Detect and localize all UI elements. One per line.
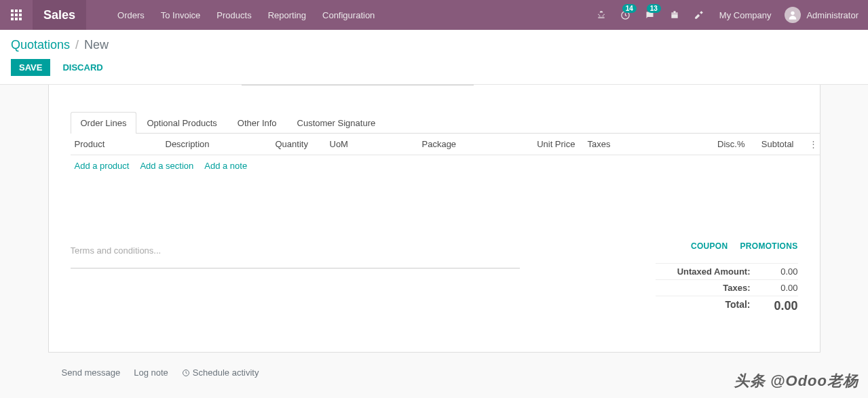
tab-order-lines[interactable]: Order Lines [71, 112, 137, 134]
add-product-link[interactable]: Add a product [75, 161, 130, 171]
col-quantity: Quantity [276, 139, 330, 149]
untaxed-amount-value: 0.00 [751, 266, 798, 277]
col-subtotal: Subtotal [745, 139, 809, 149]
taxes-label: Taxes: [656, 283, 751, 293]
nav-to-invoice[interactable]: To Invoice [153, 0, 209, 30]
debug-button[interactable] [589, 0, 614, 30]
svg-rect-6 [11, 18, 14, 20]
col-package: Package [422, 139, 524, 149]
col-disc: Disc.% [677, 139, 745, 149]
save-button[interactable]: SAVE [11, 59, 50, 76]
conversations-button[interactable]: 14 [614, 0, 638, 30]
breadcrumb-sep: / [75, 38, 79, 52]
breadcrumb: Quotations / New [11, 38, 857, 52]
company-selector[interactable]: My Company [711, 10, 780, 20]
bug-icon [597, 10, 606, 20]
user-menu[interactable]: Administrator [779, 7, 864, 23]
col-description: Description [166, 139, 276, 149]
svg-rect-1 [15, 9, 18, 12]
messages-button[interactable]: 13 [638, 0, 662, 30]
svg-rect-3 [11, 14, 14, 16]
gift-icon [670, 10, 679, 20]
svg-rect-0 [11, 9, 14, 12]
untaxed-amount-label: Untaxed Amount: [656, 266, 751, 277]
col-product: Product [75, 139, 166, 149]
breadcrumb-root[interactable]: Quotations [11, 38, 70, 52]
coupon-button[interactable]: COUPON [691, 241, 728, 251]
tab-customer-signature[interactable]: Customer Signature [287, 112, 386, 134]
discard-button[interactable]: DISCARD [54, 59, 111, 76]
add-section-link[interactable]: Add a section [140, 161, 193, 171]
schedule-activity-label: Schedule activity [193, 367, 259, 378]
total-value: 0.00 [751, 299, 798, 313]
add-note-link[interactable]: Add a note [204, 161, 247, 171]
svg-rect-8 [19, 18, 22, 20]
apps-menu-button[interactable] [0, 0, 33, 30]
tools-button[interactable] [687, 0, 711, 30]
svg-rect-7 [15, 18, 18, 20]
app-brand[interactable]: Sales [33, 0, 86, 30]
col-more-icon[interactable]: ⋮ [809, 139, 820, 149]
breadcrumb-current: New [84, 38, 109, 52]
nav-configuration[interactable]: Configuration [314, 0, 383, 30]
svg-point-10 [791, 12, 795, 15]
promotions-button[interactable]: PROMOTIONS [740, 241, 797, 251]
send-message-button[interactable]: Send message [62, 367, 121, 378]
svg-rect-4 [15, 14, 18, 16]
col-unit-price: Unit Price [524, 139, 575, 149]
tab-optional-products[interactable]: Optional Products [136, 112, 227, 134]
svg-rect-2 [19, 9, 22, 12]
apps-grid-icon [11, 9, 22, 20]
taxes-value: 0.00 [751, 283, 798, 293]
nav-reporting[interactable]: Reporting [260, 0, 314, 30]
wrench-icon [694, 10, 704, 20]
schedule-activity-button[interactable]: Schedule activity [182, 367, 259, 378]
nav-products[interactable]: Products [208, 0, 259, 30]
svg-rect-5 [19, 14, 22, 16]
terms-input[interactable] [71, 241, 520, 268]
user-name: Administrator [806, 10, 858, 20]
nav-orders[interactable]: Orders [109, 0, 153, 30]
messages-badge: 13 [647, 4, 661, 13]
log-note-button[interactable]: Log note [134, 367, 168, 378]
total-label: Total: [656, 299, 751, 313]
order-lines-header: Product Description Quantity UoM Package… [71, 134, 820, 155]
gift-button[interactable] [662, 0, 687, 30]
field-underline [242, 85, 474, 85]
clock-small-icon [182, 369, 190, 377]
tab-other-info[interactable]: Other Info [227, 112, 287, 134]
col-taxes: Taxes [575, 139, 677, 149]
conversations-badge: 14 [622, 4, 637, 13]
avatar-icon [785, 7, 801, 23]
col-uom: UoM [330, 139, 422, 149]
